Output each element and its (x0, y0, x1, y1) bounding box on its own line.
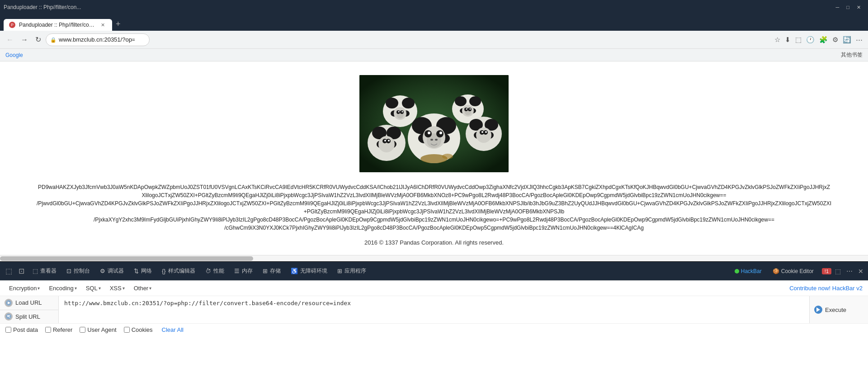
hackbar-menu-xss[interactable]: XSS ▾ (106, 283, 128, 293)
page-main: PD9waHAKZXJyb3JfcmVwb3J0aW5nKDApOwpkZWZp… (0, 61, 868, 255)
sync-button[interactable]: 🔄 (841, 34, 853, 46)
hackbar-tab[interactable]: HackBar (730, 266, 766, 277)
svg-point-14 (455, 96, 467, 106)
encryption-label: Encryption (9, 285, 37, 292)
devtools-tab-performance[interactable]: ⏱ 性能 (201, 264, 229, 278)
tab-close-icon[interactable]: ✕ (101, 22, 105, 28)
application-label: 应用程序 (344, 267, 366, 275)
svg-point-52 (378, 136, 395, 152)
tab-bar: P Panduploader :: Php//filter/con... ✕ + (0, 14, 868, 31)
minimize-button[interactable]: ─ (832, 4, 843, 11)
debugger-icon: ⚙ (100, 268, 105, 274)
hackbar-menu-other[interactable]: Other ▾ (130, 283, 156, 293)
svg-point-36 (439, 132, 442, 134)
devtools-inspect-button[interactable]: ⬚ (3, 265, 15, 277)
devtools-responsive-button[interactable]: ⊡ (16, 265, 27, 277)
devtools-tab-style-editor[interactable]: {} 样式编辑器 (157, 264, 200, 278)
console-icon: ⊡ (66, 268, 71, 274)
hackbar-panel: Encryption ▾ Encoding ▾ SQL ▾ XSS ▾ Othe… (0, 280, 868, 336)
svg-point-58 (442, 154, 453, 159)
svg-point-56 (388, 140, 390, 141)
hackbar-url-input[interactable] (59, 296, 809, 323)
devtools-tab-memory[interactable]: ☰ 内存 (230, 264, 257, 278)
more-button[interactable]: ⋯ (854, 34, 864, 46)
devtools-right: HackBar 🍪 Cookie Editor !1 ⬚ ⋯ ✕ (730, 266, 865, 277)
cookies-checkbox[interactable] (124, 327, 130, 333)
google-bookmark[interactable]: Google (5, 52, 23, 58)
svg-point-32 (435, 139, 438, 141)
page-content: PD9waHAKZXJyb3JfcmVwb3J0aW5nKDApOwpkZWZp… (0, 61, 868, 255)
tab-label: Panduploader :: Php//filter/con... (19, 22, 95, 28)
history-button[interactable]: 🕐 (804, 34, 816, 46)
hackbar-menu-encoding[interactable]: Encoding ▾ (45, 283, 80, 293)
cookies-label[interactable]: Cookies (124, 326, 153, 333)
referer-label[interactable]: Referer (45, 326, 72, 333)
extensions-button[interactable]: 🧩 (817, 34, 830, 46)
devtools-tab-storage[interactable]: ⊞ 存储 (258, 264, 285, 278)
storage-icon: ⊞ (263, 268, 268, 274)
load-url-icon (5, 299, 13, 307)
split-url-icon (5, 312, 13, 321)
hackbar-menu-encryption[interactable]: Encryption ▾ (5, 283, 43, 293)
user-agent-label[interactable]: User Agent (80, 326, 116, 333)
clear-all-button[interactable]: Clear All (162, 326, 184, 333)
devtools-tab-debugger[interactable]: ⚙ 调试器 (95, 264, 128, 278)
post-data-checkbox[interactable] (5, 327, 11, 333)
svg-point-12 (402, 111, 403, 113)
network-icon: ⇅ (134, 268, 139, 274)
back-button[interactable]: ← (4, 34, 16, 46)
cookie-editor-tab[interactable]: 🍪 Cookie Editor (768, 266, 818, 277)
devtools-tab-inspector[interactable]: ⬚ 查看器 (28, 264, 61, 278)
application-icon: ⊞ (337, 268, 342, 274)
active-tab[interactable]: P Panduploader :: Php//filter/con... ✕ (4, 19, 112, 31)
devtools-resize-button[interactable]: ⬚ (833, 266, 843, 277)
devtools-close-button[interactable]: ✕ (856, 266, 865, 277)
close-button[interactable]: ✕ (853, 4, 864, 11)
devtools-tab-accessibility[interactable]: ♿ 无障碍环境 (286, 264, 332, 278)
hackbar-url-area (59, 296, 809, 323)
browser-title: Panduploader :: Php//filter/con... (4, 4, 832, 10)
memory-label: 内存 (242, 267, 253, 275)
svg-point-35 (428, 132, 430, 134)
scrollbar-thumb[interactable] (0, 256, 253, 261)
user-agent-checkbox[interactable] (80, 327, 85, 333)
load-url-button[interactable]: Load URL (0, 296, 58, 310)
svg-point-55 (384, 140, 386, 141)
split-url-button[interactable]: Split URL (0, 310, 58, 324)
hackbar-actions: Load URL Split URL (0, 296, 59, 323)
address-input[interactable] (46, 33, 150, 46)
nav-right-icons: ☆ ⬇ ⬚ 🕐 🧩 ⚙ 🔄 ⋯ (773, 34, 864, 46)
style-editor-label: 样式编辑器 (168, 267, 195, 275)
settings-button[interactable]: ⚙ (830, 34, 840, 46)
svg-point-23 (470, 108, 471, 110)
post-data-label[interactable]: Post data (5, 326, 38, 333)
maximize-button[interactable]: □ (843, 4, 853, 11)
sql-arrow: ▾ (99, 286, 101, 291)
download-button[interactable]: ⬇ (783, 34, 793, 46)
encoding-arrow: ▾ (75, 286, 77, 291)
refresh-button[interactable]: ↻ (33, 33, 44, 46)
hackbar-contribute[interactable]: Contribute now! HackBar v2 (789, 285, 863, 292)
hackbar-label: HackBar (741, 268, 762, 274)
svg-point-45 (481, 131, 483, 133)
address-lock-icon: 🔒 (50, 37, 57, 42)
devtools-tab-network[interactable]: ⇅ 网络 (129, 264, 156, 278)
devtools-more-button[interactable]: ⋯ (844, 266, 854, 277)
other-bookmarks[interactable]: 其他书签 (841, 51, 863, 59)
forward-button[interactable]: → (18, 34, 31, 46)
execute-button[interactable]: Execute (810, 296, 868, 323)
other-arrow: ▾ (149, 286, 151, 291)
post-data-text: Post data (13, 326, 38, 333)
horizontal-scrollbar[interactable] (0, 255, 868, 261)
devtools-tab-application[interactable]: ⊞ 应用程序 (333, 264, 371, 278)
execute-label: Execute (825, 307, 846, 313)
screen-capture-button[interactable]: ⬚ (793, 34, 803, 46)
svg-point-3 (386, 98, 398, 108)
encoded-text-block: PD9waHAKZXJyb3JfcmVwb3J0aW5nKDApOwpkZWZp… (27, 183, 841, 232)
devtools-tab-console[interactable]: ⊡ 控制台 (62, 264, 94, 278)
star-button[interactable]: ☆ (773, 34, 782, 46)
referer-checkbox[interactable] (45, 327, 51, 333)
hackbar-menu-sql[interactable]: SQL ▾ (82, 283, 104, 293)
new-tab-button[interactable]: + (116, 19, 121, 29)
encoded-line-2: /PjwvdGl0bGU+CjwvaGVhZD4KPGJvZklvGlkPSJo… (37, 200, 831, 215)
